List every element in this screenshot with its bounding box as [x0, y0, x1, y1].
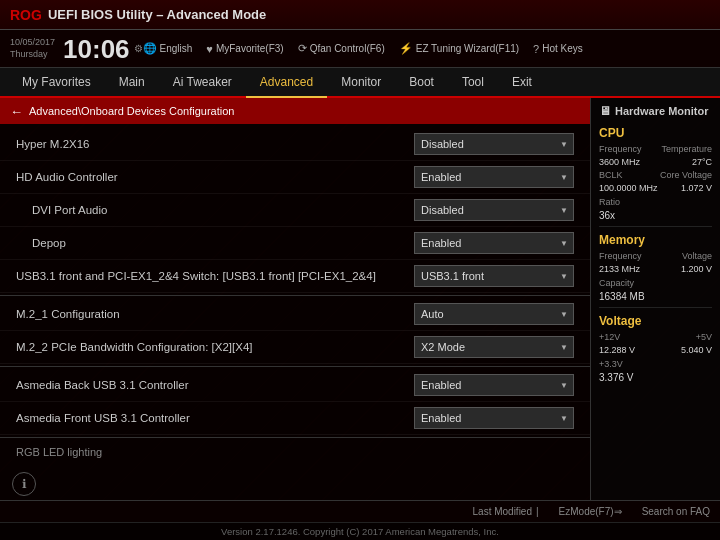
myfavorite-link[interactable]: ♥ MyFavorite(F3)	[206, 43, 283, 55]
setting-label: M.2_1 Configuration	[16, 308, 414, 320]
qfan-link[interactable]: ⟳ Qfan Control(F6)	[298, 42, 385, 55]
setting-label: Hyper M.2X16	[16, 138, 414, 150]
top-bar: ROG UEFI BIOS Utility – Advanced Mode	[0, 0, 720, 30]
hd-audio-select[interactable]: Enabled Disabled	[414, 166, 574, 188]
ez-tuning-label: EZ Tuning Wizard(F11)	[416, 43, 519, 54]
main-content: ← Advanced\Onboard Devices Configuration…	[0, 98, 720, 500]
hw-label: Voltage	[682, 251, 712, 261]
language-label: English	[160, 43, 193, 54]
back-arrow-icon[interactable]: ←	[10, 104, 23, 119]
setting-label: USB3.1 front and PCI-EX1_2&4 Switch: [US…	[16, 270, 414, 282]
ez-mode-button[interactable]: EzMode(F7)⇒	[559, 506, 622, 517]
asmedia-back-select[interactable]: Enabled Disabled	[414, 374, 574, 396]
info-icon[interactable]: ℹ	[12, 472, 36, 496]
hw-cpu-row-1: Frequency Temperature	[599, 144, 712, 154]
myfavorite-label: MyFavorite(F3)	[216, 43, 284, 54]
left-panel: ← Advanced\Onboard Devices Configuration…	[0, 98, 590, 500]
footer-text: Version 2.17.1246. Copyright (C) 2017 Am…	[221, 526, 499, 537]
ez-tuning-link[interactable]: ⚡ EZ Tuning Wizard(F11)	[399, 42, 519, 55]
hw-value: 1.200 V	[681, 264, 712, 274]
rgb-lighting-label: RGB LED lighting	[0, 440, 590, 464]
hw-memory-title: Memory	[599, 233, 712, 247]
m21-select[interactable]: Auto SATA mode PCIE mode	[414, 303, 574, 325]
hw-value: 5.040 V	[681, 345, 712, 355]
nav-myfavorites[interactable]: My Favorites	[8, 68, 105, 98]
footer-bar: Version 2.17.1246. Copyright (C) 2017 Am…	[0, 522, 720, 540]
ez-mode-text: EzMode(F7)⇒	[559, 506, 622, 517]
nav-monitor[interactable]: Monitor	[327, 68, 395, 98]
nav-tool[interactable]: Tool	[448, 68, 498, 98]
separator-1	[0, 295, 590, 296]
search-faq-button[interactable]: Search on FAQ	[642, 506, 710, 517]
bios-title: UEFI BIOS Utility – Advanced Mode	[48, 7, 710, 22]
nav-ai-tweaker[interactable]: Ai Tweaker	[159, 68, 246, 98]
breadcrumb: ← Advanced\Onboard Devices Configuration	[0, 98, 590, 124]
hw-33v-value: 3.376 V	[599, 372, 712, 383]
bottom-bar: Last Modified | EzMode(F7)⇒ Search on FA…	[0, 500, 720, 522]
hw-volt-row-2: 12.288 V 5.040 V	[599, 345, 712, 355]
help-icon: ?	[533, 43, 539, 55]
depop-select-wrapper: Enabled Disabled	[414, 232, 574, 254]
hw-label: Temperature	[661, 144, 712, 154]
fan-icon: ⟳	[298, 42, 307, 55]
nav-bar: My Favorites Main Ai Tweaker Advanced Mo…	[0, 68, 720, 98]
m22-select[interactable]: X2 Mode X4 Mode	[414, 336, 574, 358]
gear-icon[interactable]: ⚙	[134, 43, 143, 54]
monitor-icon: 🖥	[599, 104, 611, 118]
dvi-audio-select[interactable]: Disabled Enabled	[414, 199, 574, 221]
setting-label: HD Audio Controller	[16, 171, 414, 183]
asmedia-back-select-wrapper: Enabled Disabled	[414, 374, 574, 396]
hw-ratio-value: 36x	[599, 210, 712, 221]
hw-value: 12.288 V	[599, 345, 635, 355]
separator-pipe: |	[536, 506, 539, 517]
language-selector[interactable]: 🌐 English	[143, 42, 193, 55]
hw-cpu-row-2: 3600 MHz 27°C	[599, 157, 712, 167]
settings-list: Hyper M.2X16 Disabled Enabled HD Audio C…	[0, 124, 590, 500]
hyper-m2x16-select[interactable]: Disabled Enabled	[414, 133, 574, 155]
hotkeys-label: Hot Keys	[542, 43, 583, 54]
m21-select-wrapper: Auto SATA mode PCIE mode	[414, 303, 574, 325]
usb31-select[interactable]: USB3.1 front PCI-EX1_2&4	[414, 265, 574, 287]
hw-value: 3600 MHz	[599, 157, 640, 167]
last-modified: Last Modified |	[473, 506, 539, 517]
hd-audio-select-wrapper: Enabled Disabled	[414, 166, 574, 188]
setting-m21-config: M.2_1 Configuration Auto SATA mode PCIE …	[0, 298, 590, 331]
hyper-m2x16-select-wrapper: Disabled Enabled	[414, 133, 574, 155]
setting-label: Asmedia Front USB 3.1 Controller	[16, 412, 414, 424]
depop-select[interactable]: Enabled Disabled	[414, 232, 574, 254]
hw-divider	[599, 226, 712, 227]
setting-asmedia-back: Asmedia Back USB 3.1 Controller Enabled …	[0, 369, 590, 402]
nav-advanced[interactable]: Advanced	[246, 68, 327, 98]
nav-exit[interactable]: Exit	[498, 68, 546, 98]
hw-divider-2	[599, 307, 712, 308]
search-faq-text: Search on FAQ	[642, 506, 710, 517]
m22-select-wrapper: X2 Mode X4 Mode	[414, 336, 574, 358]
hw-voltage-title: Voltage	[599, 314, 712, 328]
qfan-label: Qfan Control(F6)	[310, 43, 385, 54]
asmedia-front-select[interactable]: Enabled Disabled	[414, 407, 574, 429]
hw-label: +12V	[599, 332, 620, 342]
setting-label: M.2_2 PCIe Bandwidth Configuration: [X2]…	[16, 341, 414, 353]
hw-label: BCLK	[599, 170, 623, 180]
hotkeys-link[interactable]: ? Hot Keys	[533, 43, 583, 55]
nav-boot[interactable]: Boot	[395, 68, 448, 98]
nav-main[interactable]: Main	[105, 68, 159, 98]
hw-monitor-title: 🖥 Hardware Monitor	[599, 104, 712, 118]
separator-3	[0, 437, 590, 438]
heart-icon: ♥	[206, 43, 213, 55]
hardware-monitor-panel: 🖥 Hardware Monitor CPU Frequency Tempera…	[590, 98, 720, 500]
hw-label: +3.3V	[599, 359, 623, 369]
hw-label: +5V	[696, 332, 712, 342]
setting-label: DVI Port Audio	[32, 204, 414, 216]
hw-title-text: Hardware Monitor	[615, 105, 709, 117]
setting-hd-audio: HD Audio Controller Enabled Disabled	[0, 161, 590, 194]
setting-hyper-m2x16: Hyper M.2X16 Disabled Enabled	[0, 128, 590, 161]
dvi-audio-select-wrapper: Disabled Enabled	[414, 199, 574, 221]
setting-label: Asmedia Back USB 3.1 Controller	[16, 379, 414, 391]
hw-label: Frequency	[599, 144, 642, 154]
hw-ratio-label: Ratio	[599, 196, 712, 207]
hw-value: 100.0000 MHz	[599, 183, 658, 193]
day-value: Thursday	[10, 49, 55, 61]
globe-icon: 🌐	[143, 42, 157, 55]
date-value: 10/05/2017	[10, 37, 55, 49]
